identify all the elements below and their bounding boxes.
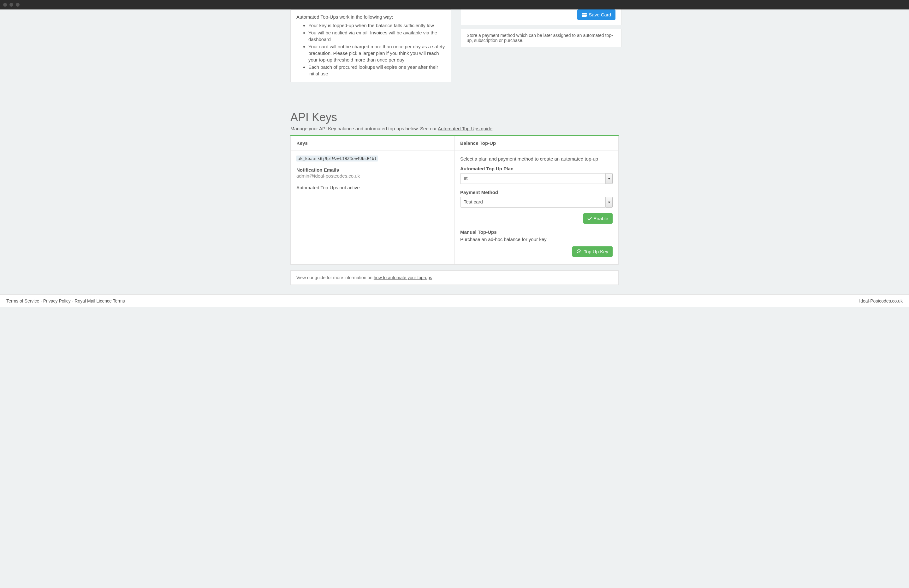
balance-column: Balance Top-Up Select a plan and payment… — [454, 136, 618, 264]
save-card-panel: Save Card — [461, 10, 622, 25]
terms-link[interactable]: Terms of Service — [6, 299, 39, 304]
credit-card-icon — [582, 13, 587, 17]
chevron-down-icon[interactable] — [606, 197, 613, 208]
save-card-button[interactable]: Save Card — [577, 10, 615, 20]
window-titlebar — [0, 0, 909, 10]
check-icon — [588, 216, 592, 220]
api-keys-subtitle: Manage your API Key balance and automate… — [290, 126, 619, 131]
topups-bullet: Your card will not be charged more than … — [308, 43, 445, 63]
topups-bullet: Each batch of procured lookups will expi… — [308, 64, 445, 77]
plan-select[interactable]: et — [460, 173, 613, 184]
brand-link[interactable]: Ideal-Postcodes.co.uk — [859, 299, 903, 304]
topup-status: Automated Top-Ups not active — [296, 185, 448, 190]
top-up-key-button[interactable]: Top Up Key — [572, 246, 613, 257]
topups-bullet: You will be notified via email. Invoices… — [308, 29, 445, 43]
enable-button[interactable]: Enable — [583, 213, 613, 224]
manual-topups-desc: Purchase an ad-hoc balance for your key — [460, 237, 613, 242]
page-footer: Terms of Service - Privacy Policy - Roya… — [0, 294, 909, 307]
keys-column-header: Keys — [291, 136, 454, 150]
guide-footer: View our guide for more information on h… — [290, 270, 619, 285]
automated-topups-guide-link[interactable]: Automated Top-Ups guide — [438, 126, 492, 131]
topups-bullet-list: Your key is topped-up when the balance f… — [296, 22, 445, 77]
automate-topups-guide-link[interactable]: how to automate your top-ups — [374, 275, 432, 280]
payment-method-label: Payment Method — [460, 190, 613, 195]
balance-desc: Select a plan and payment method to crea… — [460, 156, 613, 162]
automated-topups-info-panel: Automated Top-Ups work in the following … — [290, 10, 451, 82]
keys-column: Keys ak_kbaurk6j9pfWzwLIBZ3ew4UbsE4bl No… — [291, 136, 454, 264]
plan-select-value[interactable]: et — [460, 173, 606, 184]
royal-mail-link[interactable]: Royal Mail Licence Terms — [74, 299, 125, 304]
api-keys-title: API Keys — [290, 111, 619, 124]
notification-emails-heading: Notification Emails — [296, 167, 448, 173]
notification-email-value: admin@ideal-postcodes.co.uk — [296, 173, 448, 179]
traffic-light-close[interactable] — [3, 3, 7, 6]
payment-method-value[interactable]: Test card — [460, 197, 606, 208]
plan-label: Automated Top Up Plan — [460, 166, 613, 171]
topups-bullet: Your key is topped-up when the balance f… — [308, 22, 445, 29]
payment-method-select[interactable]: Test card — [460, 197, 613, 208]
enable-label: Enable — [594, 216, 608, 221]
topups-intro: Automated Top-Ups work in the following … — [296, 14, 445, 19]
cloud-upload-icon — [577, 249, 582, 254]
chevron-down-icon[interactable] — [606, 173, 613, 184]
api-key-value[interactable]: ak_kbaurk6j9pfWzwLIBZ3ew4UbsE4bl — [296, 155, 378, 162]
privacy-link[interactable]: Privacy Policy — [43, 299, 71, 304]
save-card-label: Save Card — [589, 12, 611, 17]
traffic-light-minimize[interactable] — [10, 3, 13, 6]
balance-column-header: Balance Top-Up — [454, 136, 618, 150]
traffic-light-zoom[interactable] — [16, 3, 19, 6]
manual-topups-heading: Manual Top-Ups — [460, 229, 613, 235]
api-keys-panel: Keys ak_kbaurk6j9pfWzwLIBZ3ew4UbsE4bl No… — [290, 135, 619, 265]
top-up-key-label: Top Up Key — [584, 249, 608, 254]
store-payment-note: Store a payment method which can be late… — [461, 29, 622, 47]
